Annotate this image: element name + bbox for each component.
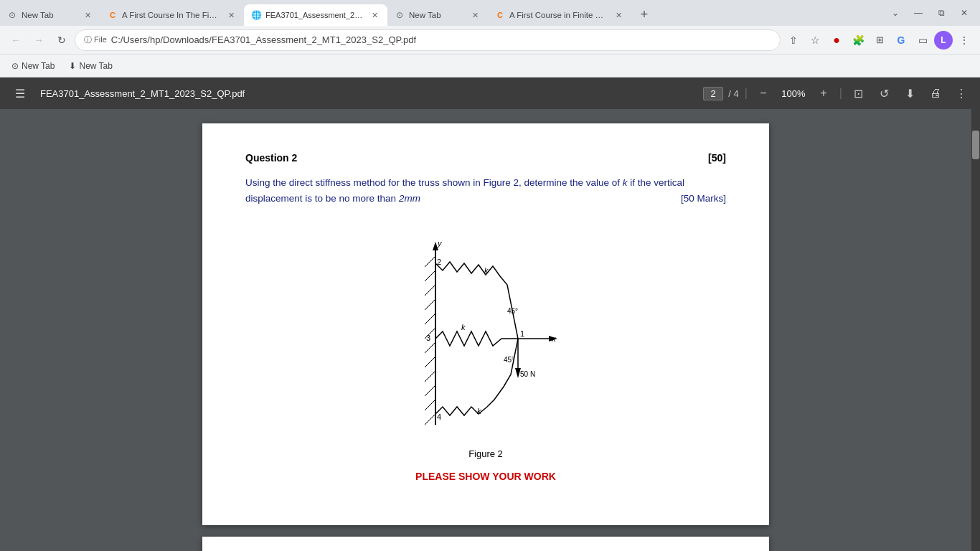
chrome-menu-icon[interactable]: ⋮ xyxy=(954,30,974,50)
pdf-download-button[interactable]: ⬇ xyxy=(900,83,920,103)
pdf-title: FEA3701_Assessment_2_MT1_2023_S2_QP.pdf xyxy=(40,88,245,99)
tab-search-button[interactable]: ⌄ xyxy=(885,3,905,23)
tab-close-1[interactable]: ✕ xyxy=(82,9,93,21)
svg-line-2 xyxy=(425,270,435,281)
pdf-fit-page-button[interactable]: ⊡ xyxy=(848,83,868,103)
svg-text:k: k xyxy=(484,266,489,275)
tab-new-tab-4[interactable]: ⊙ New Tab ✕ xyxy=(387,4,488,26)
tab-close-4[interactable]: ✕ xyxy=(469,9,481,21)
bookmark-label-2: New Tab xyxy=(79,61,112,71)
tab-title-4: New Tab xyxy=(409,11,465,19)
tab-favicon-5: C xyxy=(495,10,505,20)
svg-line-9 xyxy=(425,371,435,382)
bookmark-icon-1: ⊙ xyxy=(11,61,19,71)
bookmark-label-1: New Tab xyxy=(22,61,55,71)
restore-button[interactable]: ⧉ xyxy=(931,3,951,23)
main-area: Question 2 [50] Using the direct stiffne… xyxy=(0,109,980,551)
reload-button[interactable]: ↻ xyxy=(52,30,72,50)
address-input[interactable]: ⓘ File C:/Users/hp/Downloads/FEA3701_Ass… xyxy=(75,29,781,51)
question-marks: [50] xyxy=(708,152,726,164)
svg-line-4 xyxy=(425,299,435,310)
chrome-apps-icon[interactable]: ⊞ xyxy=(870,30,890,50)
bookmark-icon-2: ⬇ xyxy=(69,61,76,71)
svg-text:y: y xyxy=(437,239,443,248)
tab-favicon-3: 🌐 xyxy=(251,10,261,20)
svg-text:2: 2 xyxy=(437,258,441,266)
svg-text:k: k xyxy=(461,323,466,331)
tab-close-5[interactable]: ✕ xyxy=(613,9,624,21)
pdf-navigation: / 4 | − 100% + | ⊡ ↺ xyxy=(703,83,894,103)
svg-text:45°: 45° xyxy=(504,356,514,364)
share-icon[interactable]: ⇧ xyxy=(783,30,804,50)
tab-new-tab-1[interactable]: ⊙ New Tab ✕ xyxy=(0,4,100,26)
marks-note: [50 Marks] xyxy=(681,191,726,207)
tab-title-3: FEA3701_Assessment_2_MT1_2023_S2_QP.pdf xyxy=(265,11,364,19)
tab-fea3701[interactable]: 🌐 FEA3701_Assessment_2_MT1_2023_S2_QP.pd… xyxy=(244,4,387,26)
tab-favicon-4: ⊙ xyxy=(395,10,405,20)
toolbar-icons: ⇧ ☆ ● 🧩 ⊞ G ▭ L ⋮ xyxy=(783,30,974,50)
scroll-thumb[interactable] xyxy=(972,131,979,159)
bookmarks-bar: ⊙ New Tab ⬇ New Tab xyxy=(0,55,980,77)
pdf-menu-button[interactable]: ☰ xyxy=(9,82,32,105)
tab-close-3[interactable]: ✕ xyxy=(369,9,380,21)
forward-button[interactable]: → xyxy=(29,30,49,50)
tab-title-2: A First Course In The Finite E xyxy=(122,11,221,19)
pdf-print-button[interactable]: 🖨 xyxy=(925,83,946,103)
svg-text:1: 1 xyxy=(520,329,524,338)
address-text: C:/Users/hp/Downloads/FEA3701_Assessment… xyxy=(111,34,416,45)
svg-line-12 xyxy=(425,414,435,425)
svg-text:4: 4 xyxy=(437,413,441,421)
pdf-page-2 xyxy=(202,537,769,551)
tab-bar: ⊙ New Tab ✕ C A First Course In The Fini… xyxy=(0,0,980,26)
pdf-more-button[interactable]: ⋮ xyxy=(951,83,971,103)
svg-line-10 xyxy=(425,385,435,396)
minimize-button[interactable]: — xyxy=(908,3,928,23)
question-header: Question 2 [50] xyxy=(245,152,726,164)
pdf-page-input[interactable] xyxy=(703,87,723,100)
scroll-track[interactable] xyxy=(971,109,980,551)
svg-text:45°: 45° xyxy=(507,307,518,315)
svg-line-3 xyxy=(425,285,435,296)
chrome-red-icon[interactable]: ● xyxy=(826,30,847,50)
bookmark-new-tab-2[interactable]: ⬇ New Tab xyxy=(63,58,118,74)
tab-favicon-2: C xyxy=(108,10,118,20)
pdf-page-container[interactable]: Question 2 [50] Using the direct stiffne… xyxy=(0,109,971,551)
svg-line-7 xyxy=(425,342,435,353)
truss-diagram: k k k 45° 45° xyxy=(392,220,579,443)
question-text: Using the direct stiffness method for th… xyxy=(245,175,726,206)
pdf-toolbar: ☰ FEA3701_Assessment_2_MT1_2023_S2_QP.pd… xyxy=(0,77,980,109)
address-protocol: ⓘ File xyxy=(84,34,107,45)
pdf-zoom-in-button[interactable]: + xyxy=(814,83,834,103)
back-button[interactable]: ← xyxy=(6,30,26,50)
tab-favicon-1: ⊙ xyxy=(7,10,17,20)
question-label: Question 2 xyxy=(245,152,297,164)
bookmark-new-tab-1[interactable]: ⊙ New Tab xyxy=(6,58,60,74)
svg-line-8 xyxy=(425,357,435,367)
svg-text:3: 3 xyxy=(426,334,430,342)
tab-first-course[interactable]: C A First Course In The Finite E ✕ xyxy=(100,4,244,26)
svg-line-5 xyxy=(425,314,435,324)
sidebar-toggle-icon[interactable]: ▭ xyxy=(913,30,933,50)
close-button[interactable]: ✕ xyxy=(954,3,974,23)
pdf-zoom-out-button[interactable]: − xyxy=(753,83,773,103)
svg-text:50 N: 50 N xyxy=(520,370,535,378)
tab-title-5: A First Course in Finite Eleme xyxy=(509,11,608,19)
figure-container: k k k 45° 45° xyxy=(245,220,726,459)
pdf-rotate-button[interactable]: ↺ xyxy=(874,83,894,103)
tab-close-2[interactable]: ✕ xyxy=(225,9,237,21)
address-bar: ← → ↻ ⓘ File C:/Users/hp/Downloads/FEA37… xyxy=(0,26,980,55)
puzzle-icon[interactable]: 🧩 xyxy=(848,30,868,50)
pdf-page: Question 2 [50] Using the direct stiffne… xyxy=(202,123,769,525)
new-tab-button[interactable]: + xyxy=(634,4,654,24)
pdf-zoom-value: 100% xyxy=(779,88,808,99)
tab-title-1: New Tab xyxy=(22,11,77,19)
window-controls: ⌄ — ⧉ ✕ xyxy=(885,3,980,26)
svg-text:k: k xyxy=(477,407,481,415)
bookmark-star-icon[interactable]: ☆ xyxy=(805,30,825,50)
figure-caption: Figure 2 xyxy=(468,448,503,459)
please-show: PLEASE SHOW YOUR WORK xyxy=(245,471,726,482)
svg-line-1 xyxy=(425,256,435,267)
profile-avatar[interactable]: L xyxy=(934,31,953,50)
chrome-g-icon[interactable]: G xyxy=(891,30,911,50)
tab-first-course-5[interactable]: C A First Course in Finite Eleme ✕ xyxy=(488,4,631,26)
